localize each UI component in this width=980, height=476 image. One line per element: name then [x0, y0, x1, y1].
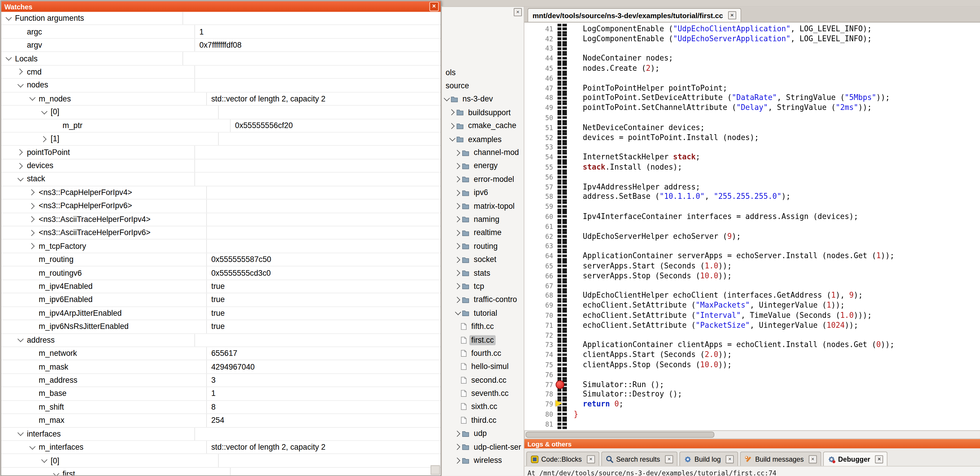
tree-item-first-cc[interactable]: first.cc — [442, 333, 523, 347]
watch-row-0[interactable]: [0] — [1, 454, 441, 468]
tree-item-cmake-cache[interactable]: cmake_cache — [442, 119, 523, 133]
scrollbar-thumb[interactable] — [526, 431, 714, 438]
collapse-arrow-icon[interactable] — [18, 430, 24, 436]
collapse-arrow-icon[interactable] — [29, 95, 35, 101]
resize-corner[interactable] — [431, 465, 440, 474]
watch-row-m-interfaces[interactable]: m_interfacesstd::vector of length 2, cap… — [1, 441, 441, 454]
watch-row-m-routing[interactable]: m_routing0x555555587c50 — [1, 253, 441, 267]
close-icon[interactable]: × — [514, 8, 522, 16]
expand-arrow-icon[interactable] — [40, 136, 46, 142]
watch-row-locals[interactable]: Locals — [1, 52, 441, 65]
breakpoint-margin[interactable] — [557, 24, 567, 34]
expand-arrow-icon[interactable] — [454, 243, 460, 249]
expand-arrow-icon[interactable] — [454, 216, 460, 222]
tree-item-fourth-cc[interactable]: fourth.cc — [442, 347, 523, 360]
expand-arrow-icon[interactable] — [454, 190, 460, 196]
breakpoint-icon[interactable] — [556, 380, 565, 389]
watch-row-m-network[interactable]: m_network655617 — [1, 347, 441, 361]
breakpoint-margin[interactable] — [557, 399, 567, 409]
collapse-arrow-icon[interactable] — [29, 443, 35, 449]
watch-row-function-arguments[interactable]: Function arguments — [1, 12, 441, 26]
tree-item-error-model[interactable]: error-model — [442, 173, 523, 186]
watch-row-nodes[interactable]: nodes — [1, 79, 441, 93]
watch-row-pointtopoint[interactable]: pointToPoint — [1, 146, 441, 159]
expand-arrow-icon[interactable] — [454, 283, 460, 289]
watch-row-devices[interactable]: devices — [1, 159, 441, 173]
breakpoint-margin[interactable] — [557, 300, 567, 310]
collapse-arrow-icon[interactable] — [455, 309, 461, 315]
watch-row-stack[interactable]: stack — [1, 173, 441, 186]
breakpoint-margin[interactable] — [557, 350, 567, 359]
breakpoint-margin[interactable] — [557, 113, 567, 123]
tree-item-ns-3-dev[interactable]: ns-3-dev — [442, 93, 523, 106]
tree-item-wireless[interactable]: wireless — [442, 454, 523, 467]
breakpoint-margin[interactable] — [557, 133, 567, 142]
watch-row-cmd[interactable]: cmd — [1, 65, 441, 79]
breakpoint-margin[interactable] — [557, 192, 567, 202]
breakpoint-margin[interactable] — [557, 251, 567, 261]
tree-item-socket[interactable]: socket — [442, 253, 523, 266]
watches-titlebar[interactable]: Watches × — [1, 1, 441, 12]
tree-item-udp-client-ser[interactable]: udp-client-ser — [442, 440, 523, 454]
expand-arrow-icon[interactable] — [17, 149, 23, 155]
breakpoint-margin[interactable] — [557, 172, 567, 182]
expand-arrow-icon[interactable] — [454, 230, 460, 236]
horizontal-scrollbar[interactable] — [525, 430, 980, 439]
expand-arrow-icon[interactable] — [454, 256, 460, 262]
tree-item-third-cc[interactable]: third.cc — [442, 414, 523, 427]
tree-item-tcp[interactable]: tcp — [442, 280, 523, 293]
tree-item-stats[interactable]: stats — [442, 266, 523, 280]
watch-row-ns3-asciitracehelperforipv6[interactable]: <ns3::AsciiTraceHelperForIpv6> — [1, 226, 441, 240]
breakpoint-margin[interactable] — [557, 152, 567, 162]
breakpoint-margin[interactable] — [557, 271, 567, 281]
breakpoint-margin[interactable] — [557, 83, 567, 93]
logs-tab-build-messages[interactable]: Build messages× — [740, 452, 821, 466]
breakpoint-margin[interactable] — [557, 370, 567, 380]
collapse-arrow-icon[interactable] — [6, 54, 12, 61]
tree-item-udp[interactable]: udp — [442, 427, 523, 440]
code-area[interactable]: 41 LogComponentEnable ("UdpEchoClientApp… — [525, 22, 980, 430]
close-icon[interactable]: × — [665, 455, 673, 463]
breakpoint-margin[interactable] — [557, 54, 567, 64]
collapse-arrow-icon[interactable] — [449, 135, 455, 142]
breakpoint-margin[interactable] — [557, 281, 567, 291]
expand-arrow-icon[interactable] — [454, 203, 460, 209]
breakpoint-margin[interactable] — [557, 241, 567, 251]
breakpoint-margin[interactable] — [557, 93, 567, 103]
breakpoint-margin[interactable] — [557, 63, 567, 73]
breakpoint-margin[interactable] — [557, 409, 567, 419]
breakpoint-margin[interactable] — [557, 34, 567, 43]
watch-row-m-ipv4arpjitterenabled[interactable]: m_ipv4ArpJitterEnabledtrue — [1, 307, 441, 320]
breakpoint-margin[interactable] — [557, 320, 567, 330]
collapse-arrow-icon[interactable] — [53, 470, 59, 475]
collapse-arrow-icon[interactable] — [18, 81, 24, 88]
breakpoint-margin[interactable] — [557, 201, 567, 211]
close-icon[interactable]: × — [875, 455, 883, 463]
tree-item-hello-simul[interactable]: hello-simul — [442, 360, 523, 373]
expand-arrow-icon[interactable] — [454, 149, 460, 155]
tree-item-ols[interactable]: ols — [442, 66, 523, 79]
tree-item-tutorial[interactable]: tutorial — [442, 307, 523, 320]
logs-tab-build-log[interactable]: Build log× — [679, 452, 738, 466]
expand-arrow-icon[interactable] — [454, 457, 460, 463]
watch-row-m-nodes[interactable]: m_nodesstd::vector of length 2, capacity… — [1, 93, 441, 106]
breakpoint-margin[interactable] — [557, 231, 567, 241]
watch-row-argc[interactable]: argc1 — [1, 25, 441, 38]
expand-arrow-icon[interactable] — [454, 297, 460, 303]
expand-arrow-icon[interactable] — [449, 109, 455, 115]
breakpoint-margin[interactable] — [557, 340, 567, 350]
tree-item-sixth-cc[interactable]: sixth.cc — [442, 400, 523, 414]
expand-arrow-icon[interactable] — [454, 176, 460, 182]
tree-item-examples[interactable]: examples — [442, 133, 523, 146]
tree-item-ipv6[interactable]: ipv6 — [442, 186, 523, 200]
watch-row-argv[interactable]: argv0x7fffffffdf08 — [1, 38, 441, 52]
expand-arrow-icon[interactable] — [454, 444, 460, 450]
watch-row-m-max[interactable]: m_max254 — [1, 414, 441, 428]
editor-tab-first-cc[interactable]: mnt/dev/tools/source/ns-3-dev/examples/t… — [527, 8, 741, 22]
breakpoint-margin[interactable] — [557, 211, 567, 221]
breakpoint-margin[interactable] — [557, 142, 567, 152]
close-icon[interactable]: × — [809, 455, 817, 463]
watch-row-0[interactable]: [0] — [1, 106, 441, 119]
watch-row-m-ipv6nsrsjitterenabled[interactable]: m_ipv6NsRsJitterEnabledtrue — [1, 320, 441, 334]
breakpoint-margin[interactable] — [557, 43, 567, 54]
